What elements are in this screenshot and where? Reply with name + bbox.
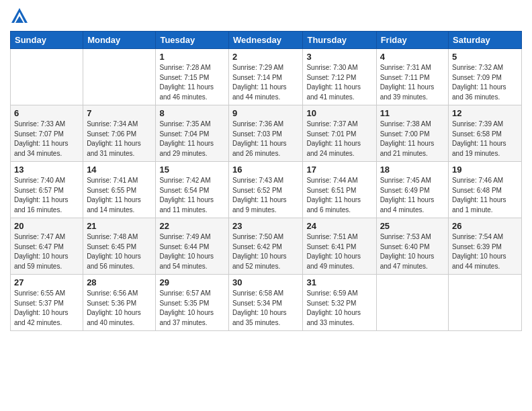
day-number: 23 xyxy=(232,221,299,231)
calendar-cell xyxy=(376,275,448,331)
day-number: 31 xyxy=(306,277,372,287)
day-number: 6 xyxy=(14,108,79,118)
day-number: 17 xyxy=(306,165,372,175)
day-number: 1 xyxy=(159,52,225,62)
day-info: Sunrise: 7:32 AM Sunset: 7:09 PM Dayligh… xyxy=(452,63,518,102)
calendar-cell: 13Sunrise: 7:40 AM Sunset: 6:57 PM Dayli… xyxy=(11,162,83,218)
day-info: Sunrise: 6:55 AM Sunset: 5:37 PM Dayligh… xyxy=(14,289,79,328)
day-number: 16 xyxy=(232,165,299,175)
day-number: 4 xyxy=(380,52,445,62)
day-number: 30 xyxy=(232,277,299,287)
calendar-cell: 10Sunrise: 7:37 AM Sunset: 7:01 PM Dayli… xyxy=(303,105,376,162)
calendar-cell xyxy=(449,275,522,331)
calendar-cell: 28Sunrise: 6:56 AM Sunset: 5:36 PM Dayli… xyxy=(83,275,156,331)
header-friday: Friday xyxy=(376,32,448,49)
day-info: Sunrise: 7:40 AM Sunset: 6:57 PM Dayligh… xyxy=(14,176,79,215)
day-info: Sunrise: 6:59 AM Sunset: 5:32 PM Dayligh… xyxy=(306,289,372,328)
day-info: Sunrise: 7:42 AM Sunset: 6:54 PM Dayligh… xyxy=(159,176,225,215)
day-info: Sunrise: 7:36 AM Sunset: 7:03 PM Dayligh… xyxy=(232,120,299,158)
calendar-cell: 9Sunrise: 7:36 AM Sunset: 7:03 PM Daylig… xyxy=(229,105,303,162)
calendar-cell: 12Sunrise: 7:39 AM Sunset: 6:58 PM Dayli… xyxy=(449,105,522,162)
calendar-week-row: 13Sunrise: 7:40 AM Sunset: 6:57 PM Dayli… xyxy=(11,162,522,218)
header-monday: Monday xyxy=(83,32,156,49)
day-info: Sunrise: 7:39 AM Sunset: 6:58 PM Dayligh… xyxy=(452,120,518,158)
calendar-cell: 17Sunrise: 7:44 AM Sunset: 6:51 PM Dayli… xyxy=(303,162,376,218)
calendar-cell: 6Sunrise: 7:33 AM Sunset: 7:07 PM Daylig… xyxy=(11,105,83,162)
day-info: Sunrise: 7:53 AM Sunset: 6:40 PM Dayligh… xyxy=(380,232,445,271)
calendar-cell xyxy=(11,49,83,105)
day-number: 26 xyxy=(452,221,518,231)
day-info: Sunrise: 7:31 AM Sunset: 7:11 PM Dayligh… xyxy=(380,63,445,102)
day-number: 10 xyxy=(306,108,372,118)
day-number: 12 xyxy=(452,108,518,118)
day-info: Sunrise: 7:47 AM Sunset: 6:47 PM Dayligh… xyxy=(14,232,79,271)
day-info: Sunrise: 7:46 AM Sunset: 6:48 PM Dayligh… xyxy=(452,176,518,215)
day-number: 9 xyxy=(232,108,299,118)
day-number: 18 xyxy=(380,165,445,175)
day-info: Sunrise: 7:41 AM Sunset: 6:55 PM Dayligh… xyxy=(87,176,152,215)
calendar-cell: 11Sunrise: 7:38 AM Sunset: 7:00 PM Dayli… xyxy=(376,105,448,162)
header xyxy=(10,7,522,26)
day-number: 5 xyxy=(452,52,518,62)
calendar-cell: 14Sunrise: 7:41 AM Sunset: 6:55 PM Dayli… xyxy=(83,162,156,218)
calendar-cell: 7Sunrise: 7:34 AM Sunset: 7:06 PM Daylig… xyxy=(83,105,156,162)
day-number: 29 xyxy=(159,277,225,287)
calendar-header-row: Sunday Monday Tuesday Wednesday Thursday… xyxy=(11,32,522,49)
calendar-table: Sunday Monday Tuesday Wednesday Thursday… xyxy=(10,31,522,331)
calendar-cell: 27Sunrise: 6:55 AM Sunset: 5:37 PM Dayli… xyxy=(11,275,83,331)
calendar-cell: 20Sunrise: 7:47 AM Sunset: 6:47 PM Dayli… xyxy=(11,218,83,275)
logo xyxy=(10,7,32,26)
day-number: 19 xyxy=(452,165,518,175)
day-info: Sunrise: 7:30 AM Sunset: 7:12 PM Dayligh… xyxy=(306,63,372,102)
header-wednesday: Wednesday xyxy=(229,32,303,49)
calendar-cell: 8Sunrise: 7:35 AM Sunset: 7:04 PM Daylig… xyxy=(156,105,229,162)
calendar-week-row: 20Sunrise: 7:47 AM Sunset: 6:47 PM Dayli… xyxy=(11,218,522,275)
calendar-cell: 29Sunrise: 6:57 AM Sunset: 5:35 PM Dayli… xyxy=(156,275,229,331)
calendar-cell: 19Sunrise: 7:46 AM Sunset: 6:48 PM Dayli… xyxy=(449,162,522,218)
calendar-cell: 16Sunrise: 7:43 AM Sunset: 6:52 PM Dayli… xyxy=(229,162,303,218)
day-info: Sunrise: 7:37 AM Sunset: 7:01 PM Dayligh… xyxy=(306,120,372,158)
day-info: Sunrise: 7:35 AM Sunset: 7:04 PM Dayligh… xyxy=(159,120,225,158)
day-number: 8 xyxy=(159,108,225,118)
day-info: Sunrise: 6:56 AM Sunset: 5:36 PM Dayligh… xyxy=(87,289,152,328)
day-info: Sunrise: 7:38 AM Sunset: 7:00 PM Dayligh… xyxy=(380,120,445,158)
day-number: 15 xyxy=(159,165,225,175)
day-info: Sunrise: 7:45 AM Sunset: 6:49 PM Dayligh… xyxy=(380,176,445,215)
header-tuesday: Tuesday xyxy=(156,32,229,49)
day-number: 21 xyxy=(87,221,152,231)
day-info: Sunrise: 7:54 AM Sunset: 6:39 PM Dayligh… xyxy=(452,232,518,271)
day-info: Sunrise: 7:48 AM Sunset: 6:45 PM Dayligh… xyxy=(87,232,152,271)
day-number: 20 xyxy=(14,221,79,231)
calendar-cell: 21Sunrise: 7:48 AM Sunset: 6:45 PM Dayli… xyxy=(83,218,156,275)
calendar-cell: 18Sunrise: 7:45 AM Sunset: 6:49 PM Dayli… xyxy=(376,162,448,218)
calendar-cell: 31Sunrise: 6:59 AM Sunset: 5:32 PM Dayli… xyxy=(303,275,376,331)
day-info: Sunrise: 7:34 AM Sunset: 7:06 PM Dayligh… xyxy=(87,120,152,158)
day-info: Sunrise: 7:44 AM Sunset: 6:51 PM Dayligh… xyxy=(306,176,372,215)
calendar-week-row: 1Sunrise: 7:28 AM Sunset: 7:15 PM Daylig… xyxy=(11,49,522,105)
day-number: 22 xyxy=(159,221,225,231)
day-number: 11 xyxy=(380,108,445,118)
day-number: 14 xyxy=(87,165,152,175)
day-info: Sunrise: 7:49 AM Sunset: 6:44 PM Dayligh… xyxy=(159,232,225,271)
day-number: 27 xyxy=(14,277,79,287)
calendar-cell: 25Sunrise: 7:53 AM Sunset: 6:40 PM Dayli… xyxy=(376,218,448,275)
day-info: Sunrise: 7:50 AM Sunset: 6:42 PM Dayligh… xyxy=(232,232,299,271)
day-info: Sunrise: 6:58 AM Sunset: 5:34 PM Dayligh… xyxy=(232,289,299,328)
calendar-cell: 23Sunrise: 7:50 AM Sunset: 6:42 PM Dayli… xyxy=(229,218,303,275)
logo-icon xyxy=(10,7,29,26)
calendar-cell: 30Sunrise: 6:58 AM Sunset: 5:34 PM Dayli… xyxy=(229,275,303,331)
day-number: 28 xyxy=(87,277,152,287)
day-number: 13 xyxy=(14,165,79,175)
header-sunday: Sunday xyxy=(11,32,83,49)
day-number: 3 xyxy=(306,52,372,62)
header-thursday: Thursday xyxy=(303,32,376,49)
calendar-week-row: 27Sunrise: 6:55 AM Sunset: 5:37 PM Dayli… xyxy=(11,275,522,331)
calendar-week-row: 6Sunrise: 7:33 AM Sunset: 7:07 PM Daylig… xyxy=(11,105,522,162)
calendar-cell: 5Sunrise: 7:32 AM Sunset: 7:09 PM Daylig… xyxy=(449,49,522,105)
day-number: 25 xyxy=(380,221,445,231)
day-info: Sunrise: 7:43 AM Sunset: 6:52 PM Dayligh… xyxy=(232,176,299,215)
page: Sunday Monday Tuesday Wednesday Thursday… xyxy=(0,0,532,411)
calendar-cell: 26Sunrise: 7:54 AM Sunset: 6:39 PM Dayli… xyxy=(449,218,522,275)
calendar-cell: 22Sunrise: 7:49 AM Sunset: 6:44 PM Dayli… xyxy=(156,218,229,275)
calendar-cell: 3Sunrise: 7:30 AM Sunset: 7:12 PM Daylig… xyxy=(303,49,376,105)
